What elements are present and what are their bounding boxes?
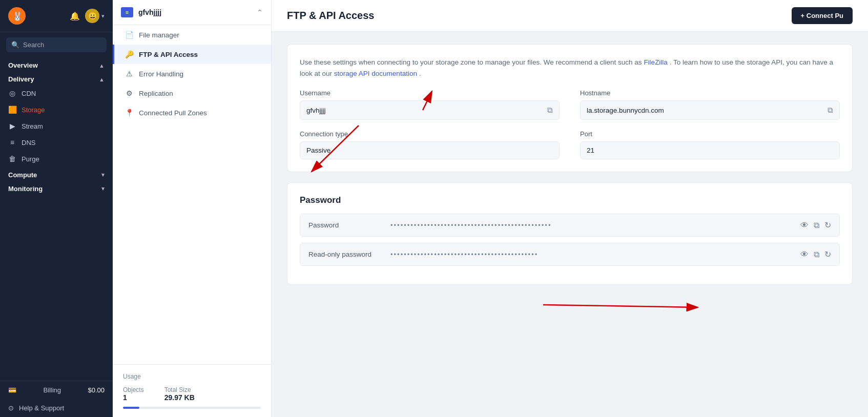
svg-line-5: [543, 305, 698, 307]
content-area: Use these settings when connecting to yo…: [272, 32, 868, 297]
help-row[interactable]: ⊙ Help & Support: [0, 399, 113, 417]
port-field-group: Port 21: [580, 130, 840, 159]
username-label: Username: [300, 89, 560, 97]
error-handling-icon: ⚠: [125, 70, 134, 78]
password-card: Password Password ••••••••••••••••••••••…: [287, 182, 853, 285]
sidebar-item-storage[interactable]: 🟧 Storage: [0, 101, 113, 118]
usage-section: Usage Objects 1 Total Size 29.97 KB: [113, 364, 271, 417]
zone-selector[interactable]: ≡ gfvhjjjj ⌃: [113, 0, 271, 25]
search-input[interactable]: [23, 41, 101, 49]
avatar-wrapper[interactable]: 😀 ▾: [85, 9, 105, 23]
usage-stats: Objects 1 Total Size 29.97 KB: [123, 386, 261, 402]
page-title: FTP & API Access: [287, 10, 374, 22]
card-description: Use these settings when connecting to yo…: [300, 57, 840, 79]
connection-type-label: Connection type: [300, 130, 560, 138]
file-manager-icon: 📄: [125, 31, 134, 39]
usage-bar-background: [123, 407, 261, 409]
left-panel: ≡ gfvhjjjj ⌃ 📄 File manager 🔑 FTP & API …: [113, 0, 272, 417]
error-handling-label: Error Handling: [139, 70, 183, 78]
help-label: Help & Support: [19, 404, 64, 412]
panel-file-manager[interactable]: 📄 File manager: [113, 25, 271, 45]
delivery-label: Delivery: [8, 75, 34, 83]
logo-icon: 🐰: [8, 7, 26, 25]
billing-amount: $0.00: [88, 386, 105, 394]
readonly-eye-icon[interactable]: 👁: [800, 250, 809, 259]
panel-replication[interactable]: ⚙ Replication: [113, 84, 271, 103]
zone-icon: ≡: [121, 7, 133, 17]
search-icon: 🔍: [11, 41, 19, 49]
panel-ftp-api[interactable]: 🔑 FTP & API Access: [113, 45, 271, 64]
replication-label: Replication: [139, 90, 173, 97]
monitoring-chevron: ▾: [101, 185, 105, 192]
password-copy-icon[interactable]: ⧉: [814, 221, 819, 230]
cdn-icon: ◎: [8, 89, 16, 97]
connected-pull-zones-label: Connected Pull Zones: [139, 109, 207, 117]
connection-type-field-group: Connection type Passive: [300, 130, 560, 159]
password-eye-icon[interactable]: 👁: [800, 221, 809, 230]
total-size-value: 29.97 KB: [164, 393, 195, 402]
zone-name: gfvhjjjj: [138, 8, 252, 16]
sidebar-item-dns[interactable]: ≡ DNS: [0, 134, 113, 151]
filezilla-link[interactable]: FileZilla: [644, 58, 668, 66]
main-content: FTP & API Access + Connect Pu Use these …: [272, 0, 868, 417]
purge-label: Purge: [22, 155, 39, 163]
usage-bar-fill: [123, 407, 139, 409]
sidebar-item-stream[interactable]: ▶ Stream: [0, 118, 113, 134]
password-refresh-icon[interactable]: ↻: [824, 220, 831, 230]
objects-stat: Objects 1: [123, 386, 144, 402]
port-value: 21: [587, 147, 833, 154]
monitoring-label: Monitoring: [8, 185, 43, 193]
bell-icon[interactable]: 🔔: [70, 11, 80, 21]
delivery-section[interactable]: Delivery ▲: [0, 71, 113, 85]
storage-label: Storage: [22, 106, 45, 114]
avatar-chevron: ▾: [101, 13, 105, 19]
overview-label: Overview: [8, 61, 38, 69]
overview-chevron: ▲: [99, 62, 105, 69]
port-input-wrap: 21: [580, 141, 840, 159]
billing-icon: 💳: [8, 386, 16, 394]
connect-pull-btn[interactable]: + Connect Pu: [792, 7, 853, 24]
sidebar-item-purge[interactable]: 🗑 Purge: [0, 151, 113, 167]
sidebar-item-cdn[interactable]: ◎ CDN: [0, 85, 113, 101]
ftp-api-icon: 🔑: [125, 50, 134, 58]
api-docs-link[interactable]: storage API documentation: [334, 70, 417, 77]
readonly-password-actions: 👁 ⧉ ↻: [800, 249, 831, 259]
stream-icon: ▶: [8, 122, 16, 130]
card-desc-text-3: .: [419, 70, 421, 77]
compute-label: Compute: [8, 171, 37, 179]
hostname-copy-icon[interactable]: ⧉: [828, 106, 833, 115]
compute-chevron: ▾: [101, 172, 105, 178]
zone-dropdown-icon[interactable]: ⌃: [257, 8, 263, 16]
password-card-title: Password: [300, 195, 840, 205]
username-input-wrap: gfvhjjjj ⧉: [300, 100, 560, 120]
card-desc-text-1: Use these settings when connecting to yo…: [300, 58, 644, 66]
password-row: Password •••••••••••••••••••••••••••••••…: [300, 214, 840, 237]
readonly-refresh-icon[interactable]: ↻: [824, 249, 831, 259]
connection-type-value: Passive: [306, 147, 553, 154]
file-manager-label: File manager: [139, 31, 179, 39]
billing-row[interactable]: 💳 Billing $0.00: [0, 381, 113, 399]
search-box[interactable]: 🔍: [6, 37, 107, 52]
total-size-stat: Total Size 29.97 KB: [164, 386, 195, 402]
hostname-label: Hostname: [580, 89, 840, 97]
objects-label: Objects: [123, 386, 144, 393]
monitoring-section[interactable]: Monitoring ▾: [0, 181, 113, 195]
readonly-password-dots: ••••••••••••••••••••••••••••••••••••••••…: [390, 251, 800, 258]
compute-section[interactable]: Compute ▾: [0, 167, 113, 181]
billing-label: Billing: [43, 386, 61, 394]
cdn-label: CDN: [22, 90, 36, 97]
username-copy-icon[interactable]: ⧉: [547, 106, 553, 115]
dns-label: DNS: [22, 139, 35, 147]
panel-error-handling[interactable]: ⚠ Error Handling: [113, 64, 271, 84]
storage-icon: 🟧: [8, 106, 16, 114]
port-label: Port: [580, 130, 840, 138]
sidebar: 🐰 🔔 😀 ▾ 🔍 Overview ▲ Delivery ▲ ◎ CDN 🟧 …: [0, 0, 113, 417]
total-size-label: Total Size: [164, 386, 195, 393]
readonly-copy-icon[interactable]: ⧉: [814, 250, 819, 259]
replication-icon: ⚙: [125, 89, 134, 97]
panel-connected-pull-zones[interactable]: 📍 Connected Pull Zones: [113, 103, 271, 122]
top-bar: FTP & API Access + Connect Pu: [272, 0, 868, 32]
username-field-group: Username gfvhjjjj ⧉: [300, 89, 560, 120]
stream-label: Stream: [22, 122, 43, 130]
overview-section[interactable]: Overview ▲: [0, 57, 113, 71]
